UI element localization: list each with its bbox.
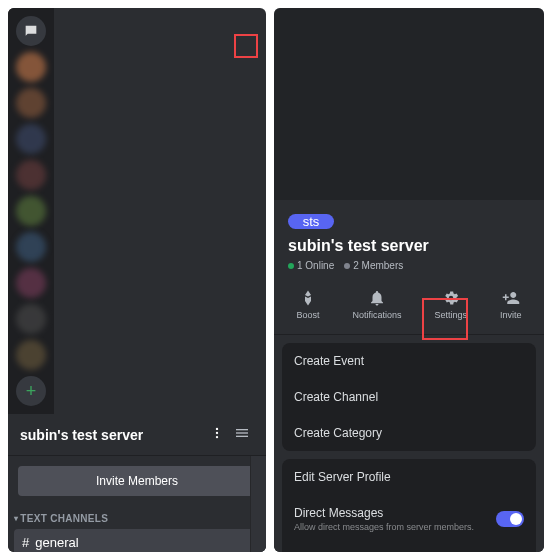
add-server-button[interactable]: + [16,376,46,406]
hash-icon: # [22,535,29,550]
left-screenshot: + subin's test server Invite Members ▾ T… [8,8,266,552]
online-dot-icon [288,263,294,269]
invite-icon [502,289,520,307]
dm-icon[interactable] [16,16,46,46]
server-menu-sheet: sts subin's test server 1 Online 2 Membe… [274,200,544,552]
svg-rect-5 [236,436,248,437]
svg-point-0 [216,428,218,430]
guild-bar: + [8,8,54,414]
guild-avatar[interactable] [16,268,46,298]
svg-rect-4 [236,432,248,433]
svg-point-1 [216,432,218,434]
guild-avatar[interactable] [16,196,46,226]
highlight-box [234,34,258,58]
edit-server-profile-button[interactable]: Edit Server Profile [282,459,536,495]
text-channel-general[interactable]: # general [14,529,260,552]
text-channels-header[interactable]: ▾ TEXT CHANNELS + [8,500,266,528]
channel-list: subin's test server Invite Members ▾ TEX… [8,414,266,552]
guild-avatar[interactable] [16,232,46,262]
direct-messages-toggle-row[interactable]: Direct Messages Allow direct messages fr… [282,495,536,543]
guild-avatar[interactable] [16,340,46,370]
guild-avatar[interactable] [16,160,46,190]
guild-avatar[interactable] [16,304,46,334]
channel-name: general [35,535,78,550]
guild-avatar[interactable] [16,124,46,154]
status-row: 1 Online 2 Members [274,255,544,281]
create-category-button[interactable]: Create Category [282,415,536,451]
bell-icon [368,289,386,307]
boost-icon [299,289,317,307]
guild-avatar[interactable] [16,52,46,82]
server-name-label: subin's test server [20,427,143,443]
create-event-button[interactable]: Create Event [282,343,536,379]
svg-point-2 [216,436,218,438]
menu-group-settings: Edit Server Profile Direct Messages Allo… [282,459,536,552]
hide-muted-toggle-row[interactable]: Hide Muted Channels [282,543,536,552]
action-row: Boost Notifications Settings Invite [274,281,544,335]
text-channels-label: TEXT CHANNELS [20,513,108,524]
toggle-on[interactable] [496,511,524,527]
right-screenshot: sts subin's test server 1 Online 2 Membe… [274,8,544,552]
more-icon[interactable] [206,422,228,447]
menu-group-create: Create Event Create Channel Create Categ… [282,343,536,451]
server-header[interactable]: subin's test server [8,414,266,456]
main-content-partial: We Thi Her che → [250,456,266,552]
guild-avatar[interactable] [16,88,46,118]
boost-button[interactable]: Boost [290,285,325,324]
menu-icon[interactable] [230,421,254,448]
svg-rect-3 [236,429,248,430]
notifications-button[interactable]: Notifications [346,285,407,324]
server-avatar[interactable]: sts [288,214,334,229]
create-channel-button[interactable]: Create Channel [282,379,536,415]
invite-members-button[interactable]: Invite Members [18,466,256,496]
invite-button[interactable]: Invite [494,285,528,324]
chevron-down-icon: ▾ [14,514,18,523]
highlight-box [422,298,468,340]
server-name-label: subin's test server [274,237,544,255]
dimmed-background [274,8,544,200]
member-dot-icon [344,263,350,269]
